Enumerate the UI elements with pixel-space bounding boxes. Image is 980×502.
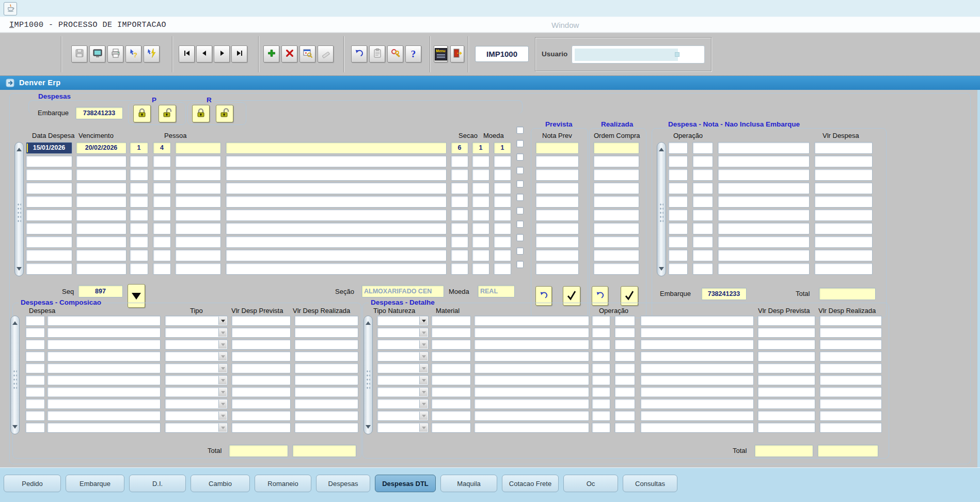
cell-operacao-desc[interactable] bbox=[718, 209, 810, 221]
scroll-up-icon[interactable] bbox=[17, 145, 22, 151]
cell-pessoa-codigo[interactable] bbox=[175, 142, 221, 154]
cell-secao[interactable] bbox=[472, 249, 489, 261]
cell-data-despesa[interactable] bbox=[26, 223, 72, 234]
cell-despesa-codigo[interactable] bbox=[25, 422, 45, 433]
cell-nota-prev[interactable] bbox=[535, 155, 579, 167]
dropdown-button[interactable] bbox=[218, 376, 227, 384]
cell-pessoa-seq[interactable] bbox=[130, 209, 148, 221]
cell-tipo-natureza-dropdown[interactable] bbox=[377, 387, 429, 397]
cell-material-descricao[interactable] bbox=[474, 422, 589, 433]
cell-operacao-desc[interactable] bbox=[718, 249, 810, 261]
cell-vencimento[interactable] bbox=[76, 196, 127, 208]
cell-col7[interactable] bbox=[451, 155, 468, 167]
tab-pedido[interactable]: Pedido bbox=[4, 475, 61, 492]
scroll-down-icon[interactable] bbox=[366, 425, 371, 431]
cell-pessoa-seq[interactable] bbox=[130, 223, 148, 234]
dropdown-button[interactable] bbox=[218, 412, 227, 420]
cell-vlr-realizada[interactable] bbox=[819, 363, 882, 373]
cell-material-descricao[interactable] bbox=[474, 387, 589, 397]
cell-pessoa-tipo[interactable] bbox=[153, 209, 171, 221]
cell-despesa-descricao[interactable] bbox=[47, 363, 161, 373]
delete-record-button[interactable] bbox=[281, 45, 297, 62]
dropdown-button[interactable] bbox=[218, 340, 227, 349]
cell-ordem-compra[interactable] bbox=[593, 236, 639, 248]
cell-operacao-2[interactable] bbox=[614, 327, 635, 338]
cell-pessoa-codigo[interactable] bbox=[175, 169, 221, 181]
cell-pessoa-codigo[interactable] bbox=[175, 182, 221, 194]
cell-despesa-descricao[interactable] bbox=[47, 399, 161, 409]
dropdown-button[interactable] bbox=[419, 400, 428, 408]
cell-pessoa-codigo[interactable] bbox=[175, 209, 221, 221]
cell-operacao-desc[interactable] bbox=[640, 411, 754, 421]
cell-despesa-codigo[interactable] bbox=[25, 327, 45, 338]
seq-field[interactable]: 897 bbox=[78, 285, 123, 297]
cell-operacao-1[interactable] bbox=[592, 327, 610, 338]
cell-col7[interactable] bbox=[451, 196, 468, 208]
cell-data-despesa[interactable] bbox=[26, 249, 72, 261]
cell-operacao-1[interactable] bbox=[668, 142, 688, 154]
cell-pessoa-codigo[interactable] bbox=[175, 223, 221, 234]
scroll-down-icon[interactable] bbox=[17, 267, 22, 273]
cell-pessoa-codigo[interactable] bbox=[175, 263, 221, 275]
cell-material-codigo[interactable] bbox=[431, 327, 471, 338]
cell-vlr-realizada[interactable] bbox=[294, 327, 358, 338]
cell-vlr-prevista[interactable] bbox=[231, 387, 291, 397]
cell-data-despesa[interactable] bbox=[26, 236, 72, 248]
cell-vlr-prevista[interactable] bbox=[231, 422, 291, 433]
cell-pessoa-tipo[interactable] bbox=[153, 155, 171, 167]
dropdown-button[interactable] bbox=[218, 400, 227, 408]
cell-operacao-2[interactable] bbox=[692, 249, 713, 261]
cell-pessoa-tipo[interactable] bbox=[153, 263, 171, 275]
cell-operacao-2[interactable] bbox=[692, 209, 713, 221]
cell-nota-prev[interactable] bbox=[535, 263, 579, 275]
cell-material-codigo[interactable] bbox=[431, 351, 471, 362]
cell-operacao-desc[interactable] bbox=[640, 422, 754, 433]
cell-vlr-despesa[interactable] bbox=[814, 155, 873, 167]
cell-despesa-codigo[interactable] bbox=[25, 399, 45, 409]
tab-di[interactable]: D.I. bbox=[129, 475, 186, 492]
row-checkbox[interactable] bbox=[516, 247, 524, 255]
dropdown-button[interactable] bbox=[218, 388, 227, 396]
tab-oc[interactable]: Oc bbox=[563, 475, 618, 492]
cell-col7[interactable] bbox=[451, 249, 468, 261]
cell-secao[interactable] bbox=[472, 209, 489, 221]
cell-material-descricao[interactable] bbox=[474, 351, 589, 362]
cell-vlr-prevista[interactable] bbox=[231, 363, 291, 373]
cell-operacao-1[interactable] bbox=[668, 169, 688, 181]
cell-despesa-codigo[interactable] bbox=[25, 387, 45, 397]
enter-query-button[interactable] bbox=[299, 45, 315, 62]
nav-next-button[interactable] bbox=[214, 45, 230, 62]
cell-operacao-desc[interactable] bbox=[718, 142, 810, 154]
execute-button[interactable] bbox=[144, 45, 160, 62]
cell-ordem-compra[interactable] bbox=[593, 169, 639, 181]
cell-vencimento[interactable] bbox=[76, 236, 127, 248]
cell-pessoa-nome[interactable] bbox=[226, 263, 447, 275]
usuario-field[interactable] bbox=[572, 45, 705, 64]
cell-operacao-desc[interactable] bbox=[718, 223, 810, 234]
cell-vlr-realizada[interactable] bbox=[819, 327, 882, 338]
cell-pessoa-seq[interactable] bbox=[130, 236, 148, 248]
embarque-field[interactable]: 738241233 bbox=[75, 107, 123, 119]
cell-moeda[interactable] bbox=[494, 223, 511, 234]
cell-tipo-natureza-dropdown[interactable] bbox=[377, 375, 429, 385]
cell-tipo-dropdown[interactable] bbox=[165, 387, 228, 397]
cell-tipo-dropdown[interactable] bbox=[165, 399, 228, 409]
cell-despesa-descricao[interactable] bbox=[47, 387, 161, 397]
cell-data-despesa[interactable] bbox=[26, 182, 72, 194]
cell-col7[interactable] bbox=[451, 263, 468, 275]
cell-pessoa-nome[interactable] bbox=[226, 142, 447, 154]
cell-moeda[interactable] bbox=[494, 196, 511, 208]
cell-secao[interactable]: 1 bbox=[472, 142, 489, 154]
cell-tipo-natureza-dropdown[interactable] bbox=[377, 339, 429, 350]
cell-despesa-codigo[interactable] bbox=[25, 339, 45, 350]
cell-operacao-2[interactable] bbox=[692, 236, 713, 248]
cell-operacao-desc[interactable] bbox=[718, 169, 810, 181]
cell-secao[interactable] bbox=[472, 182, 489, 194]
cell-secao[interactable] bbox=[472, 169, 489, 181]
cell-vlr-prevista[interactable] bbox=[757, 399, 815, 409]
cell-despesa-codigo[interactable] bbox=[25, 375, 45, 385]
cell-vlr-prevista[interactable] bbox=[757, 339, 815, 350]
cell-vlr-realizada[interactable] bbox=[819, 351, 882, 362]
despesas-scrollbar[interactable] bbox=[14, 142, 24, 276]
cell-operacao-desc[interactable] bbox=[640, 339, 754, 350]
